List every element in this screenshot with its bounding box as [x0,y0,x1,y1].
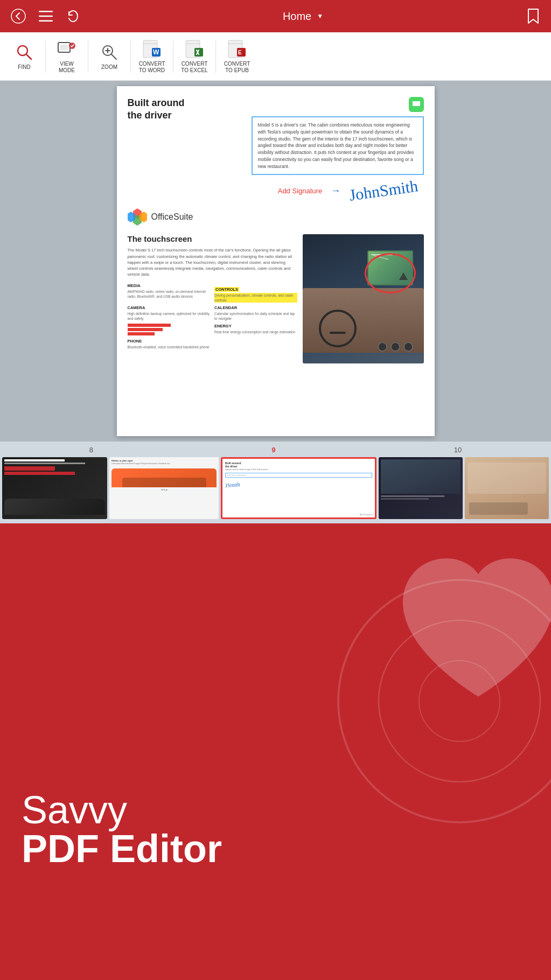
feature-phone-desc: Bluetooth-enabled, voice controlled hand… [128,345,297,349]
svg-line-5 [26,54,31,59]
view-mode-icon [57,39,76,59]
menu-button[interactable] [39,11,53,22]
convert-epub-label: CONVERT TO EPUB [224,61,250,74]
touchscreen-section: The touchscreen The Model S 17 inch touc… [128,234,424,363]
feature-media-title: MEDIA [128,283,211,288]
feature-camera: CAMERA High definition backup camera, op… [128,305,211,321]
convert-epub-icon: E [227,39,247,59]
thumb-10a[interactable] [379,457,463,519]
nav-left-controls [11,9,80,24]
feature-controls-title: CONTROLS [214,287,239,292]
svg-rect-3 [39,20,53,22]
feature-calendar: CALENDAR Calendar synchronization for da… [214,305,297,321]
svg-text:W: W [153,48,159,56]
nav-dropdown-icon: ▼ [317,12,323,20]
convert-word-label: CONVERT TO WORD [139,61,165,74]
page-thumbnail-strip: 8 9 10 Hidden in plain sight Lorem ipsum… [0,442,551,523]
svg-rect-17 [194,48,203,57]
logo-text: OfficeSuite [151,212,193,222]
feature-redbar [128,324,211,337]
logo-icon [128,207,147,227]
find-label: FIND [18,64,30,71]
feature-media-desc: AM/FM/HD radio, online radio, on-demand … [128,289,211,299]
arrow-right-icon: → [331,185,340,197]
toolbar-find[interactable]: FIND [5,38,43,75]
toolbar-convert-word[interactable]: W CONVERT TO WORD [133,35,171,78]
feature-calendar-title: CALENDAR [214,305,297,310]
toolbar-divider-1 [45,40,46,73]
nav-right-controls [526,8,540,24]
svg-rect-7 [60,45,68,50]
convert-excel-icon [185,39,204,59]
thumb-9[interactable]: Built aroundthe driver Signature and tex… [221,457,376,519]
toolbar: FIND VIEW MODE ZOOM [0,32,551,81]
thumb-8a[interactable] [2,457,107,519]
toolbar-divider-2 [88,40,88,73]
document-area: Built around the driver Model 5 is a dri… [0,81,551,442]
driver-description-box: Model 5 is a driver's car. The cabin com… [252,116,424,175]
svg-point-26 [379,620,540,782]
toolbar-divider-5 [215,40,216,73]
svg-point-25 [338,580,551,822]
touchscreen-title: The touchscreen [128,234,297,243]
zoom-icon [100,43,119,62]
feature-camera-title: CAMERA [128,305,211,310]
add-signature-label[interactable]: Add Signature [278,187,322,195]
toolbar-convert-epub[interactable]: E CONVERT TO EPUB [218,35,256,78]
feature-phone: PHONE Bluetooth-enabled, voice controlle… [128,339,297,349]
toolbar-divider-4 [173,40,173,73]
touchscreen-content-left: The touchscreen The Model S 17 inch touc… [128,234,297,363]
red-bar-2 [128,328,163,331]
svg-point-0 [11,9,25,23]
nav-title: Home [283,10,311,23]
page-num-8[interactable]: 8 [89,446,93,454]
feature-energy-title: ENERGY [214,324,297,328]
toolbar-divider-3 [130,40,131,73]
feature-calendar-desc: Calendar synchronization for daily sched… [214,311,297,321]
undo-button[interactable] [66,9,80,23]
page-numbers-row: 8 9 10 [0,446,551,457]
svg-text:E: E [238,50,242,55]
svg-line-10 [111,54,116,59]
convert-word-icon: W [142,39,162,59]
feature-media: MEDIA AM/FM/HD radio, online radio, on-d… [128,283,211,303]
zoom-label: ZOOM [101,64,117,71]
officesuite-logo: OfficeSuite [128,207,424,227]
feature-camera-desc: High definition backup camera, optimized… [128,311,211,321]
top-navigation: Home ▼ [0,0,551,32]
nav-title-area[interactable]: Home ▼ [283,10,323,23]
signature-display: JohnSmith [348,177,419,205]
toolbar-zoom[interactable]: ZOOM [90,38,128,75]
document-page: Built around the driver Model 5 is a dri… [117,86,435,436]
promo-background-swirl [325,566,551,836]
red-annotation-circle [365,253,416,293]
thumb-8b[interactable]: Hidden in plain sight Lorem ipsum text c… [109,457,219,519]
thumbnails-container: Hidden in plain sight Lorem ipsum text c… [0,457,551,519]
toolbar-view-mode[interactable]: VIEW MODE [48,35,86,78]
message-icon [409,97,424,112]
built-around-title: Built around the driver [128,97,185,122]
find-icon [15,43,34,62]
touchscreen-desc: The Model S 17 inch touchscreen controls… [128,247,297,277]
svg-rect-1 [39,11,53,12]
feature-controls-desc: Driving personalization, climate control… [214,293,297,303]
features-grid: MEDIA AM/FM/HD radio, online radio, on-d… [128,283,297,337]
svg-point-27 [419,661,500,741]
feature-energy: ENERGY Real time energy consumption and … [214,324,297,337]
back-button[interactable] [11,9,26,24]
page-num-10[interactable]: 10 [454,446,462,454]
bookmark-button[interactable] [526,8,540,24]
feature-phone-title: PHONE [128,339,297,344]
thumb-10b[interactable] [465,457,549,519]
driver-description: Model 5 is a driver's car. The cabin com… [258,122,414,169]
red-bar-3 [128,332,155,335]
convert-excel-label: CONVERT TO EXCEL [181,61,207,74]
feature-energy-desc: Real time energy consumption and range e… [214,330,297,334]
red-bar-1 [128,324,171,327]
car-interior-image [303,234,424,363]
page-num-9[interactable]: 9 [271,446,275,454]
built-around-text: Built around the driver [128,97,185,122]
view-mode-label: VIEW MODE [59,61,75,74]
feature-controls: CONTROLS Driving personalization, climat… [214,283,297,303]
toolbar-convert-excel[interactable]: CONVERT TO EXCEL [176,35,213,78]
